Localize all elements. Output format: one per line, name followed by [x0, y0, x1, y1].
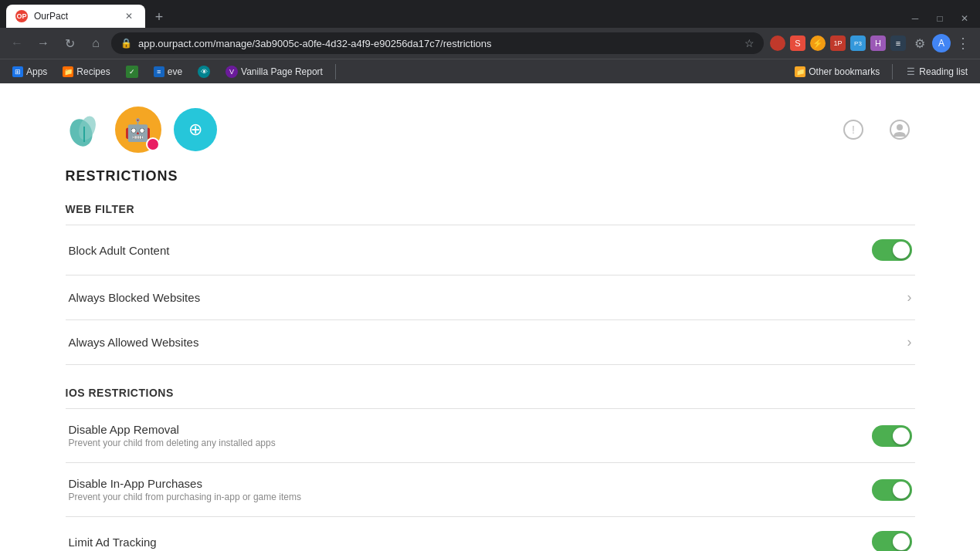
extension-icon-5[interactable]: P3 — [850, 35, 866, 51]
bookmark-eve[interactable]: ≡ eve — [148, 64, 188, 79]
bookmark-check[interactable]: ✓ — [120, 63, 144, 80]
minimize-button[interactable]: ─ — [906, 9, 924, 28]
extension-icon-6[interactable]: H — [870, 35, 886, 51]
address-bar[interactable]: 🔒 app.ourpact.com/manage/3ab9005c-a0fe-4… — [111, 32, 764, 54]
home-button[interactable]: ⌂ — [85, 32, 107, 54]
always-blocked-text: Always Blocked Websites — [69, 291, 907, 304]
bookmarks-bar: ⊞ Apps 📁 Recipes ✓ ≡ eve 👁 V Vanilla Pag… — [0, 59, 980, 83]
disable-app-removal-title: Disable App Removal — [69, 423, 872, 436]
extension-manage-button[interactable]: ⚙ — [909, 32, 931, 54]
always-blocked-action: › — [907, 289, 912, 306]
profile-icon[interactable] — [884, 114, 915, 145]
disable-app-removal-item[interactable]: Disable App Removal Prevent your child f… — [66, 409, 915, 463]
other-bookmarks[interactable]: 📁 Other bookmarks — [788, 64, 886, 79]
always-allowed-title: Always Allowed Websites — [69, 336, 907, 349]
add-device-button[interactable]: ⊕ — [174, 108, 217, 151]
always-allowed-text: Always Allowed Websites — [69, 336, 907, 349]
alert-icon[interactable]: ! — [838, 114, 869, 145]
disable-iap-action — [872, 479, 912, 501]
add-device-icon: ⊕ — [188, 120, 202, 140]
profile-button[interactable]: A — [932, 34, 951, 52]
web-filter-list: Block Adult Content Always Blocked Websi… — [66, 225, 915, 365]
toggle-knob — [893, 242, 910, 259]
svg-text:!: ! — [852, 123, 855, 136]
extension-icon-4[interactable]: 1P — [830, 35, 846, 51]
bookmark-star-button[interactable]: ☆ — [744, 37, 754, 49]
ios-section-title: iOS Restrictions — [66, 387, 915, 399]
chevron-right-icon-2: › — [907, 334, 912, 350]
block-adult-content-toggle[interactable] — [872, 239, 912, 261]
always-blocked-websites-item[interactable]: Always Blocked Websites › — [66, 276, 915, 320]
ios-settings-list: Disable App Removal Prevent your child f… — [66, 408, 915, 551]
reading-icon: ☰ — [905, 66, 916, 77]
logo-svg — [66, 111, 103, 148]
page-inner: 🤖 ⊕ ! — [35, 83, 946, 551]
lock-icon: 🔒 — [120, 38, 132, 49]
folder-icon: 📁 — [795, 66, 805, 77]
toggle-knob-3 — [893, 482, 910, 499]
limit-ad-tracking-toggle[interactable] — [872, 531, 912, 551]
back-button[interactable]: ← — [6, 32, 28, 54]
restrictions-title: RESTRICTIONS — [66, 168, 915, 184]
toolbar-icons: S ⚡ 1P P3 H ≡ ⚙ A ⋮ — [768, 32, 974, 54]
bookmark-eve-label: eve — [168, 66, 182, 77]
block-adult-content-text: Block Adult Content — [69, 244, 872, 257]
disable-app-removal-action — [872, 425, 912, 447]
vanilla-favicon: V — [226, 66, 238, 78]
recipes-favicon: 📁 — [63, 66, 73, 77]
restore-button[interactable]: □ — [931, 9, 949, 28]
address-text: app.ourpact.com/manage/3ab9005c-a0fe-4d3… — [138, 38, 738, 49]
check-favicon: ✓ — [126, 66, 138, 78]
page-content: 🤖 ⊕ ! — [0, 83, 980, 551]
always-allowed-websites-item[interactable]: Always Allowed Websites › — [66, 320, 915, 365]
profile-svg — [889, 119, 910, 140]
close-window-button[interactable]: ✕ — [955, 9, 974, 28]
block-adult-content-action — [872, 239, 912, 261]
address-bar-row: ← → ↻ ⌂ 🔒 app.ourpact.com/manage/3ab9005… — [0, 28, 980, 59]
bookmark-eye[interactable]: 👁 — [192, 63, 216, 80]
disable-iap-item[interactable]: Disable In-App Purchases Prevent your ch… — [66, 463, 915, 517]
bookmark-apps-label: Apps — [26, 66, 47, 77]
disable-iap-title: Disable In-App Purchases — [69, 477, 872, 490]
reload-button[interactable]: ↻ — [59, 32, 80, 54]
reading-list[interactable]: ☰ Reading list — [899, 64, 974, 79]
bookmark-vanilla-label: Vanilla Page Report — [241, 66, 323, 77]
menu-button[interactable]: ⋮ — [952, 32, 974, 54]
ourpact-logo[interactable] — [66, 111, 103, 148]
forward-button[interactable]: → — [32, 32, 54, 54]
reading-list-label: Reading list — [919, 66, 968, 77]
tab-close-button[interactable]: ✕ — [122, 9, 136, 23]
alert-bell-svg: ! — [843, 119, 864, 140]
always-allowed-action: › — [907, 334, 912, 350]
bookmark-vanilla[interactable]: V Vanilla Page Report — [219, 63, 329, 80]
limit-ad-tracking-item[interactable]: Limit Ad Tracking — [66, 517, 915, 551]
extension-icon-3[interactable]: ⚡ — [810, 35, 826, 51]
bookmark-recipes-label: Recipes — [76, 66, 110, 77]
disable-iap-desc: Prevent your child from purchasing in-ap… — [69, 492, 872, 502]
window-controls: ─ □ ✕ — [906, 9, 974, 28]
new-tab-button[interactable]: + — [148, 6, 170, 28]
header-actions: ! — [838, 114, 915, 145]
app-header: 🤖 ⊕ ! — [66, 99, 915, 168]
disable-iap-toggle[interactable] — [872, 479, 912, 501]
limit-ad-tracking-text: Limit Ad Tracking — [69, 536, 872, 549]
block-adult-content-item[interactable]: Block Adult Content — [66, 225, 915, 276]
limit-ad-tracking-action — [872, 531, 912, 551]
active-tab[interactable]: OP OurPact ✕ — [6, 5, 145, 28]
chevron-right-icon: › — [907, 289, 912, 306]
extension-icon-2[interactable]: S — [790, 35, 805, 51]
limit-ad-tracking-title: Limit Ad Tracking — [69, 536, 872, 549]
extension-icon-1[interactable] — [770, 35, 785, 51]
logo-wrap — [66, 111, 103, 148]
disable-app-removal-toggle[interactable] — [872, 425, 912, 447]
eve-favicon: ≡ — [154, 66, 164, 77]
eye-favicon: 👁 — [198, 66, 210, 78]
disable-app-removal-text: Disable App Removal Prevent your child f… — [69, 423, 872, 448]
bookmark-recipes[interactable]: 📁 Recipes — [56, 64, 116, 79]
browser-chrome: OP OurPact ✕ + ─ □ ✕ ← → ↻ ⌂ 🔒 app.ourpa… — [0, 0, 980, 83]
extension-icon-7[interactable]: ≡ — [890, 35, 906, 51]
always-blocked-title: Always Blocked Websites — [69, 291, 907, 304]
tab-title: OurPact — [34, 11, 116, 22]
disable-app-removal-desc: Prevent your child from deleting any ins… — [69, 438, 872, 448]
bookmark-apps[interactable]: ⊞ Apps — [6, 64, 53, 79]
